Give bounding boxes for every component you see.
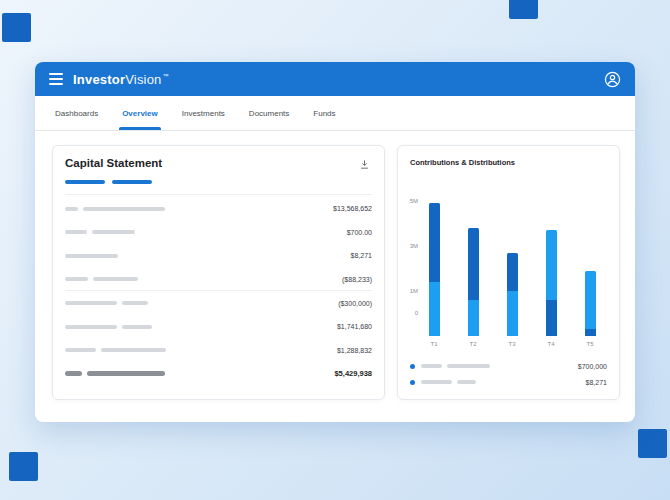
panel-title: Capital Statement — [65, 157, 162, 169]
page-background: InvestorVision™ DashboardsOverviewInvest… — [0, 0, 670, 500]
row-label-skeleton — [65, 348, 166, 352]
skeleton-bar — [65, 254, 118, 258]
skeleton-bar — [101, 348, 166, 352]
statement-row: ($88,233) — [65, 268, 372, 292]
legend-dot-icon — [410, 364, 415, 369]
chart-legend: $700,000$8,271 — [398, 358, 619, 390]
statement-row: ($300,000) — [65, 291, 372, 315]
row-label-skeleton — [65, 371, 165, 376]
chart-title: Contributions & Distributions — [398, 146, 619, 167]
tab-documents[interactable]: Documents — [249, 96, 289, 130]
skeleton-bar — [447, 364, 490, 368]
bar-segment-dark — [546, 300, 557, 336]
skeleton-bar — [421, 380, 452, 384]
decor-square-top-left — [2, 13, 31, 42]
main-app-card: InvestorVision™ DashboardsOverviewInvest… — [35, 62, 635, 422]
legend-row: $700,000 — [410, 358, 607, 374]
statement-rows: $13,568,652$700.00$8,271($88,233)($300,0… — [53, 195, 384, 386]
chart-bar-T3 — [507, 253, 518, 336]
skeleton-bar — [65, 371, 82, 376]
chart-bar-T4 — [546, 230, 557, 336]
tab-funds[interactable]: Funds — [313, 96, 335, 130]
bar-segment-light — [429, 282, 440, 336]
row-label-skeleton — [65, 254, 118, 258]
nav-tabs: DashboardsOverviewInvestmentsDocumentsFu… — [35, 96, 635, 131]
statement-row: $13,568,652 — [65, 197, 372, 221]
app-header: InvestorVision™ — [35, 62, 635, 96]
row-label-skeleton — [65, 230, 135, 234]
skeleton-bar — [65, 230, 87, 234]
legend-row: $8,271 — [410, 374, 607, 390]
row-value: ($300,000) — [338, 300, 372, 307]
download-icon — [359, 159, 370, 170]
row-label-skeleton — [65, 301, 148, 305]
chart-bar-T1 — [429, 203, 440, 336]
row-label-skeleton — [65, 277, 138, 281]
row-value: $13,568,652 — [333, 205, 372, 212]
x-tick-T4: T4 — [541, 341, 561, 347]
row-value: $700.00 — [347, 229, 372, 236]
statement-tab-skeletons — [65, 180, 372, 184]
account-icon[interactable] — [604, 71, 621, 88]
skeleton-bar — [65, 277, 88, 281]
legend-value: $700,000 — [578, 363, 607, 370]
skeleton-bar — [93, 277, 138, 281]
decor-square-bottom-right — [638, 429, 667, 458]
x-tick-T5: T5 — [580, 341, 600, 347]
y-tick-0: 0 — [398, 310, 418, 316]
skeleton-bar — [65, 301, 117, 305]
y-tick-5M: 5M — [398, 198, 418, 204]
x-tick-T2: T2 — [463, 341, 483, 347]
capital-statement-panel: Capital Statement $13,568,652$700.00$8,2… — [52, 145, 385, 400]
statement-row: $1,741,680 — [65, 315, 372, 339]
bar-segment-light — [546, 230, 557, 300]
skeleton-bar — [87, 371, 165, 376]
tab-dashboards[interactable]: Dashboards — [55, 96, 98, 130]
skeleton-bar — [65, 207, 78, 211]
legend-label-skeleton — [421, 380, 476, 384]
x-tick-T1: T1 — [424, 341, 444, 347]
skeleton-bar — [122, 301, 148, 305]
brand-trademark: ™ — [163, 73, 169, 79]
skeleton-bar — [65, 348, 96, 352]
chart-bar-T2 — [468, 228, 479, 336]
bar-segment-dark — [468, 228, 479, 300]
legend-dot-icon — [410, 380, 415, 385]
row-value: $5,429,938 — [334, 369, 372, 378]
skeleton-bar — [92, 230, 135, 234]
skeleton-bar — [122, 325, 152, 329]
bar-segment-light — [585, 271, 596, 330]
brand-bold: Investor — [73, 72, 125, 87]
skeleton-bar — [457, 380, 476, 384]
statement-row: $8,271 — [65, 244, 372, 268]
row-value: $1,741,680 — [337, 323, 372, 330]
tab-overview[interactable]: Overview — [122, 96, 158, 130]
contributions-panel: Contributions & Distributions 5M3M1M0T1T… — [397, 145, 620, 400]
bar-segment-dark — [507, 253, 518, 291]
row-label-skeleton — [65, 207, 165, 211]
decor-square-bottom-left — [9, 452, 38, 481]
legend-label-skeleton — [421, 364, 490, 368]
decor-square-top-middle — [509, 0, 538, 19]
y-tick-3M: 3M — [398, 243, 418, 249]
capital-statement-header: Capital Statement — [53, 146, 384, 195]
skeleton-bar — [65, 325, 117, 329]
legend-value: $8,271 — [586, 379, 607, 386]
statement-total-row: $5,429,938 — [65, 362, 372, 386]
skeleton-bar — [421, 364, 442, 368]
download-button[interactable] — [357, 157, 372, 172]
menu-icon[interactable] — [49, 73, 63, 85]
bar-segment-dark — [585, 329, 596, 336]
row-value: ($88,233) — [342, 276, 372, 283]
chart-bar-T5 — [585, 271, 596, 336]
brand-logo: InvestorVision™ — [73, 72, 169, 87]
row-value: $1,288,832 — [337, 347, 372, 354]
bar-segment-light — [468, 300, 479, 336]
skeleton-bar — [83, 207, 165, 211]
tab-investments[interactable]: Investments — [182, 96, 225, 130]
statement-row: $700.00 — [65, 221, 372, 245]
chart-plot: 5M3M1M0T1T2T3T4T5 — [398, 186, 619, 356]
x-tick-T3: T3 — [502, 341, 522, 347]
statement-row: $1,288,832 — [65, 339, 372, 363]
row-label-skeleton — [65, 325, 152, 329]
